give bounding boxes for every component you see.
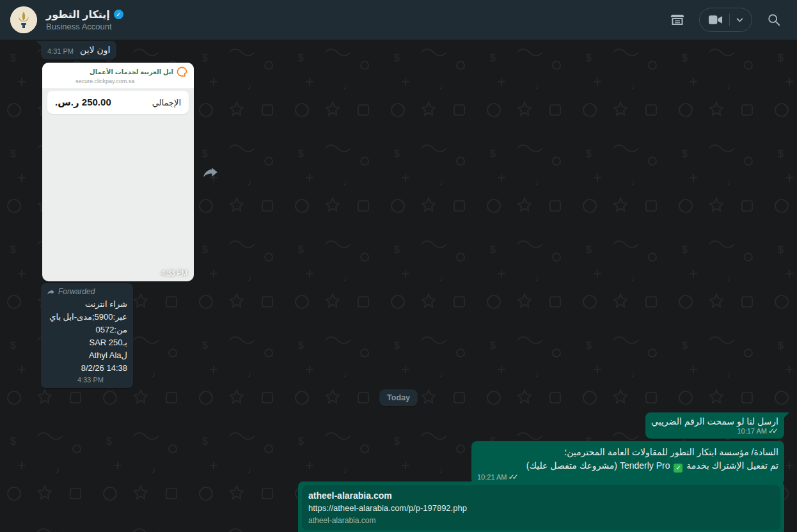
forwarded-line: عبر:5900;مدى-ابل باي [47, 311, 127, 324]
forward-icon [47, 288, 55, 296]
link-preview[interactable]: atheel-alarabia.com https://atheel-alara… [302, 485, 780, 530]
forwarded-label: Forwarded [47, 287, 127, 296]
forward-icon[interactable] [202, 164, 219, 180]
search-icon [767, 13, 781, 27]
clickpay-logo-icon [177, 66, 187, 77]
storefront-icon [670, 12, 685, 27]
outgoing-message-link[interactable]: atheel-alarabia.com https://atheel-alara… [298, 481, 784, 532]
incoming-message-forwarded[interactable]: Forwarded شراء انترنت عبر:5900;مدى-ابل ب… [41, 283, 133, 388]
video-camera-icon [708, 14, 723, 26]
message-time: 4:33 PM [161, 269, 187, 277]
incoming-image-payment-receipt[interactable]: ابل العربية لخدمات الأعمال secure.clickp… [42, 63, 194, 281]
video-call-button[interactable] [699, 8, 752, 32]
account-type-label: Business Account [46, 22, 123, 31]
receipt-total-value: 250.00 ر.س. [55, 97, 111, 108]
verified-badge-icon: ✓ [114, 10, 123, 19]
double-check-icon: ✓✓ [768, 426, 778, 435]
chat-area: $ ♪ 4:31 PM اون لاين ابل العربية لخدمات … [0, 0, 797, 532]
pill-divider [729, 13, 730, 26]
message-text-part: تم تفعيل الإشتراك بخدمة [686, 460, 778, 471]
message-line-1: السادة/ مؤسسة ابتكار التطور للمقاولات ال… [477, 446, 778, 459]
message-time: 4:31 PM [47, 47, 74, 55]
link-title: atheel-alarabia.com [308, 490, 774, 501]
message-text-part: Tenderly Pro (مشروعك متفصل عليك) [526, 460, 670, 471]
outgoing-message-activation[interactable]: السادة/ مؤسسة ابتكار التطور للمقاولات ال… [471, 441, 784, 485]
business-logo-icon [10, 6, 37, 33]
incoming-message-online[interactable]: 4:31 PM اون لاين [41, 41, 116, 59]
forwarded-line: شراء انترنت [47, 298, 127, 311]
outgoing-message-tax-request[interactable]: ارسل لنا لو سمحت الرقم الضريبي 10:17 AM … [645, 412, 784, 439]
forwarded-line: بـSAR 250 [47, 336, 127, 349]
message-time: 10:21 AM [477, 473, 507, 481]
check-mark-emoji: ✓ [674, 464, 683, 473]
link-url[interactable]: https://atheel-alarabia.com/p/p-197892.p… [308, 503, 774, 513]
avatar[interactable] [10, 6, 37, 33]
message-text: ارسل لنا لو سمحت الرقم الضريبي [651, 416, 778, 426]
chat-title: إيتكار التطور [46, 8, 110, 20]
receipt-total-row: 250.00 ر.س. الإجمالي [47, 91, 189, 114]
forwarded-line: لAthyl Ala [47, 349, 127, 362]
chat-header: إيتكار التطور ✓ Business Account [0, 0, 797, 40]
message-text: اون لاين [80, 45, 110, 55]
double-check-icon: ✓✓ [508, 473, 518, 481]
chevron-down-icon[interactable] [736, 18, 743, 22]
message-line-2: تم تفعيل الإشتراك بخدمة ✓ Tenderly Pro (… [477, 459, 778, 473]
receipt-secure-domain: secure.clickpay.com.sa [75, 78, 134, 84]
message-time: 4:33 PM [47, 376, 127, 384]
link-domain: atheel-alarabia.com [308, 516, 774, 525]
forwarded-line: 14:38 8/2/26 [47, 362, 127, 375]
forwarded-line: من:0572 [47, 324, 127, 336]
merchant-name: ابل العربية لخدمات الأعمال [90, 68, 173, 75]
storefront-button[interactable] [665, 7, 690, 33]
forwarded-text: شراء انترنت عبر:5900;مدى-ابل باي من:0572… [47, 298, 127, 375]
search-button[interactable] [761, 7, 787, 33]
receipt-total-label: الإجمالي [152, 98, 181, 107]
receipt-header: ابل العربية لخدمات الأعمال secure.clickp… [42, 63, 194, 88]
date-divider: Today [379, 389, 418, 406]
message-time: 10:17 AM [737, 427, 766, 435]
chat-header-info[interactable]: إيتكار التطور ✓ Business Account [10, 6, 123, 33]
